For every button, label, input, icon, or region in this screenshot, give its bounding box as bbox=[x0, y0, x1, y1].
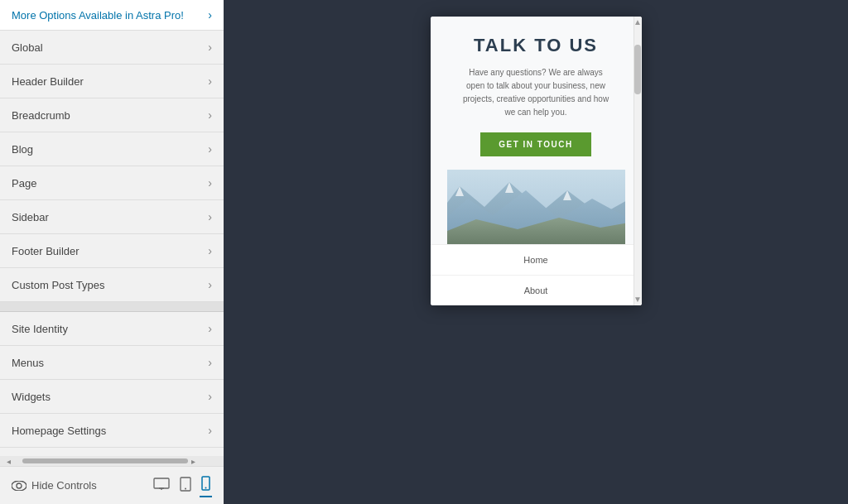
hero-description: Have any questions? We are always open t… bbox=[461, 66, 610, 119]
hide-controls-label: Hide Controls bbox=[31, 479, 97, 492]
svg-point-6 bbox=[185, 487, 186, 489]
browser-frame: TALK TO US Have any questions? We are al… bbox=[431, 17, 642, 305]
sidebar-item-homepage-settings[interactable]: Homepage Settings › bbox=[0, 414, 224, 448]
sidebar-item-blog[interactable]: Blog › bbox=[0, 132, 224, 166]
sidebar-item-label: Page bbox=[12, 177, 36, 190]
cta-button[interactable]: GET IN TOUCH bbox=[480, 132, 590, 156]
sidebar-item-label: Global bbox=[12, 41, 43, 54]
chevron-right-icon: › bbox=[208, 244, 212, 257]
chevron-right-icon: › bbox=[208, 41, 212, 54]
chevron-right-icon: › bbox=[208, 278, 212, 291]
sidebar-item-site-identity[interactable]: Site Identity › bbox=[0, 312, 224, 346]
chevron-right-icon: › bbox=[208, 210, 212, 223]
sidebar-item-global[interactable]: Global › bbox=[0, 31, 224, 65]
scroll-left-arrow[interactable]: ◂ bbox=[7, 457, 11, 466]
sidebar-item-footer-builder[interactable]: Footer Builder › bbox=[0, 234, 224, 268]
chevron-right-icon: › bbox=[208, 390, 212, 403]
sidebar-item-label: Sidebar bbox=[12, 211, 49, 223]
sidebar-item-additional-css[interactable]: Additional CSS › bbox=[0, 448, 224, 456]
sidebar-item-label: Homepage Settings bbox=[12, 425, 106, 437]
mobile-view-icon[interactable] bbox=[200, 474, 212, 497]
nav-item-about[interactable]: About bbox=[431, 276, 642, 305]
nav-section: Home About bbox=[431, 244, 642, 305]
sidebar-item-custom-post-types[interactable]: Custom Post Types › bbox=[0, 268, 224, 302]
nav-item-home[interactable]: Home bbox=[431, 245, 642, 276]
sidebar-item-label: Widgets bbox=[12, 391, 51, 403]
sidebar-item-label: Custom Post Types bbox=[12, 279, 104, 291]
sidebar: More Options Available in Astra Pro! › G… bbox=[0, 0, 224, 504]
scroll-up-arrow[interactable]: ▲ bbox=[634, 17, 641, 28]
sidebar-item-breadcrumb[interactable]: Breadcrumb › bbox=[0, 98, 224, 132]
chevron-right-icon: › bbox=[208, 74, 212, 88]
chevron-right-icon: › bbox=[208, 424, 212, 437]
sidebar-item-label: Breadcrumb bbox=[12, 109, 70, 122]
hero-title: TALK TO US bbox=[447, 35, 625, 56]
promo-chevron: › bbox=[208, 8, 212, 22]
chevron-right-icon: › bbox=[208, 176, 212, 190]
desktop-view-icon[interactable] bbox=[152, 476, 171, 496]
sidebar-item-label: Footer Builder bbox=[12, 245, 80, 257]
scroll-right-arrow[interactable]: ▸ bbox=[191, 457, 195, 466]
chevron-right-icon: › bbox=[208, 142, 212, 156]
promo-bar[interactable]: More Options Available in Astra Pro! › bbox=[0, 0, 224, 31]
promo-text: More Options Available in Astra Pro! bbox=[12, 9, 184, 22]
hero-section: TALK TO US Have any questions? We are al… bbox=[431, 17, 642, 244]
mountain-illustration bbox=[447, 170, 625, 244]
chevron-right-icon: › bbox=[208, 108, 212, 122]
hide-controls-button[interactable]: Hide Controls bbox=[12, 478, 97, 493]
chevron-right-icon: › bbox=[208, 322, 212, 335]
sidebar-item-label: Site Identity bbox=[12, 323, 68, 335]
sidebar-item-menus[interactable]: Menus › bbox=[0, 346, 224, 380]
chevron-right-icon: › bbox=[208, 356, 212, 369]
svg-point-8 bbox=[205, 487, 207, 488]
svg-rect-2 bbox=[154, 478, 169, 488]
menu-separator bbox=[0, 302, 224, 312]
scrollbar-thumb[interactable] bbox=[22, 458, 188, 463]
tablet-view-icon[interactable] bbox=[178, 475, 193, 497]
sidebar-item-sidebar[interactable]: Sidebar › bbox=[0, 200, 224, 234]
sidebar-item-label: Blog bbox=[12, 143, 33, 156]
sidebar-menu[interactable]: Global › Header Builder › Breadcrumb › B… bbox=[0, 31, 224, 456]
device-icons-group bbox=[152, 474, 212, 497]
sidebar-item-label: Header Builder bbox=[12, 75, 84, 88]
sidebar-horizontal-scrollbar[interactable]: ◂ ▸ bbox=[0, 456, 224, 466]
browser-scrollbar-thumb[interactable] bbox=[634, 45, 641, 94]
scroll-down-arrow[interactable]: ▼ bbox=[634, 294, 641, 305]
sidebar-item-page[interactable]: Page › bbox=[0, 166, 224, 200]
svg-point-1 bbox=[17, 483, 22, 488]
svg-point-0 bbox=[12, 481, 26, 491]
sidebar-item-header-builder[interactable]: Header Builder › bbox=[0, 65, 224, 98]
bottom-bar: Hide Controls bbox=[0, 466, 224, 504]
preview-area: TALK TO US Have any questions? We are al… bbox=[224, 0, 848, 504]
eye-icon bbox=[12, 478, 26, 493]
sidebar-item-label: Menus bbox=[12, 357, 44, 369]
sidebar-item-widgets[interactable]: Widgets › bbox=[0, 380, 224, 414]
browser-scrollbar[interactable]: ▲ ▼ bbox=[634, 17, 642, 305]
